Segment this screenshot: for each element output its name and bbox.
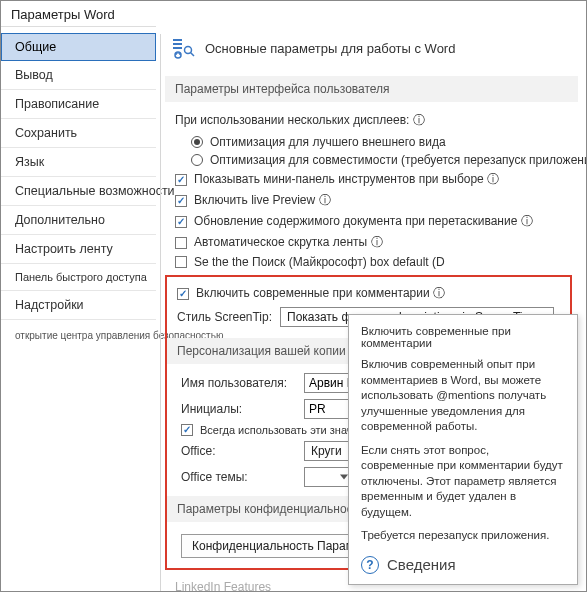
tooltip-title: Включить современные при комментарии (361, 325, 565, 349)
office-theme-label: Office темы: (181, 470, 296, 484)
sidebar-item-accessibility[interactable]: Специальные возможности (1, 177, 156, 206)
tooltip-footer[interactable]: ? Сведения (361, 552, 565, 574)
radio-label: Оптимизация для совместимости (требуется… (210, 153, 586, 167)
checkbox-icon (175, 256, 187, 268)
svg-rect-0 (173, 39, 182, 41)
radio-optimize-appearance[interactable]: Оптимизация для лучшего внешнего вида (175, 133, 578, 151)
tooltip-text: Включив современный опыт при комментарие… (361, 357, 565, 435)
svg-point-3 (185, 47, 192, 54)
tooltip-text: Если снять этот вопрос, современные при … (361, 443, 565, 521)
sidebar-item-general[interactable]: Общие (1, 33, 156, 61)
chk-update-drag[interactable]: Обновление содержимого документа при пер… (175, 211, 578, 232)
checkbox-label: Se the the Поиск (Майкрософт) box defaul… (194, 255, 445, 269)
username-label: Имя пользователя: (181, 376, 296, 390)
checkbox-icon (175, 195, 187, 207)
radio-icon (191, 136, 203, 148)
svg-rect-2 (173, 47, 182, 49)
main-heading-row: Основные параметры для работы с Word (165, 32, 578, 70)
combo-value: Круги (311, 444, 342, 458)
sidebar: Общие Вывод Правописание Сохранить Язык … (1, 26, 156, 591)
info-icon: ? (361, 556, 379, 574)
divider (160, 34, 161, 591)
sidebar-item-trust-center[interactable]: открытие центра управления безопасностью (1, 320, 156, 348)
sidebar-item-save[interactable]: Сохранить (1, 119, 156, 148)
checkbox-label: Показывать мини-панель инструментов при … (194, 171, 499, 188)
screentip-label: Стиль ScreenTip: (177, 310, 272, 324)
radio-label: Оптимизация для лучшего внешнего вида (210, 135, 446, 149)
sidebar-item-proofing[interactable]: Правописание (1, 90, 156, 119)
tooltip-modern-comments: Включить современные при комментарии Вкл… (348, 314, 578, 585)
sidebar-item-addins[interactable]: Надстройки (1, 291, 156, 320)
radio-icon (191, 154, 203, 166)
svg-rect-1 (173, 43, 182, 45)
checkbox-label: Автоматическое скрутка ленты ⓘ (194, 234, 383, 251)
sidebar-item-advanced[interactable]: Дополнительно (1, 206, 156, 235)
sidebar-item-language[interactable]: Язык (1, 148, 156, 177)
ui-options-group: При использовании нескольких дисплеев: ⓘ… (165, 108, 578, 273)
sidebar-item-customize-ribbon[interactable]: Настроить ленту (1, 235, 156, 264)
chk-mini-toolbar[interactable]: Показывать мини-панель инструментов при … (175, 169, 578, 190)
settings-icon (171, 36, 195, 60)
checkbox-icon (175, 237, 187, 249)
main-heading: Основные параметры для работы с Word (205, 41, 455, 56)
main-panel: Основные параметры для работы с Word Пар… (165, 26, 586, 591)
office-bg-label: Office: (181, 444, 296, 458)
initials-label: Инициалы: (181, 402, 296, 416)
chk-search-box[interactable]: Se the the Поиск (Майкрософт) box defaul… (175, 253, 578, 271)
checkbox-label: Включить live Preview ⓘ (194, 192, 331, 209)
checkbox-icon (181, 424, 193, 436)
checkbox-icon (175, 174, 187, 186)
options-window: Параметры Word Общие Вывод Правописание … (0, 0, 587, 592)
checkbox-icon (177, 288, 189, 300)
tooltip-more-link[interactable]: Сведения (387, 556, 456, 573)
sidebar-item-display[interactable]: Вывод (1, 61, 156, 90)
radio-optimize-compat[interactable]: Оптимизация для совместимости (требуется… (175, 151, 578, 169)
chk-live-preview[interactable]: Включить live Preview ⓘ (175, 190, 578, 211)
chk-modern-comments[interactable]: Включить современные при комментарии ⓘ (177, 283, 566, 304)
chk-collapse-ribbon[interactable]: Автоматическое скрутка ленты ⓘ (175, 232, 578, 253)
svg-line-4 (191, 53, 195, 57)
sidebar-item-quick-access[interactable]: Панель быстрого доступа (1, 264, 156, 291)
checkbox-icon (175, 216, 187, 228)
section-ui-options: Параметры интерфейса пользователя (165, 76, 578, 102)
checkbox-label: Обновление содержимого документа при пер… (194, 213, 533, 230)
tooltip-text: Требуется перезапуск приложения. (361, 528, 565, 544)
window-title: Параметры Word (1, 1, 586, 26)
checkbox-label: Включить современные при комментарии ⓘ (196, 285, 445, 302)
multi-display-label: При использовании нескольких дисплеев: ⓘ (175, 110, 578, 133)
window-body: Общие Вывод Правописание Сохранить Язык … (1, 26, 586, 591)
office-theme-combo[interactable] (304, 467, 354, 487)
